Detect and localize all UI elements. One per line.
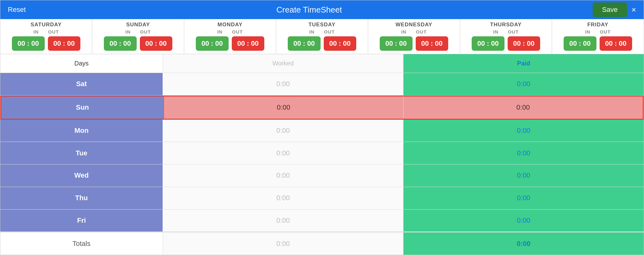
out-label: OUT [508, 29, 519, 34]
app-container: Reset Create TimeSheet Save × SATURDAY I… [0, 0, 644, 255]
col-header-days: Days [0, 54, 163, 73]
time-buttons: 00 : 00 00 : 00 [12, 36, 80, 51]
cell-day: Fri [0, 210, 163, 232]
day-label: TUESDAY [308, 22, 336, 28]
totals-row: Totals 0:00 0:00 [0, 232, 644, 255]
in-label: IN [33, 29, 39, 34]
out-label: OUT [416, 29, 427, 34]
cell-paid: 0:00 [403, 142, 644, 164]
cell-day: Tue [0, 142, 163, 164]
cell-paid: 0:00 [403, 73, 644, 95]
close-button[interactable]: × [631, 5, 636, 15]
in-time-button[interactable]: 00 : 00 [472, 36, 505, 51]
day-col-saturday: SATURDAY IN OUT 00 : 00 00 : 00 [0, 19, 92, 54]
out-time-button[interactable]: 00 : 00 [600, 36, 632, 51]
cell-worked: 0:00 [164, 96, 403, 119]
time-buttons: 00 : 00 00 : 00 [288, 36, 356, 51]
cell-worked: 0:00 [163, 142, 403, 164]
day-col-sunday: SUNDAY IN OUT 00 : 00 00 : 00 [92, 19, 184, 54]
time-buttons: 00 : 00 00 : 00 [564, 36, 632, 51]
table-area: Days Worked Paid Sat 0:00 0:00 Sun 0:00 … [0, 54, 644, 255]
out-time-button[interactable]: 00 : 00 [48, 36, 81, 51]
cell-worked: 0:00 [163, 73, 403, 95]
in-out-labels: IN OUT [585, 29, 611, 34]
out-label: OUT [600, 29, 611, 34]
table-body: Sat 0:00 0:00 Sun 0:00 0:00 Mon 0:00 0:0… [0, 73, 644, 255]
totals-label: Totals [0, 232, 163, 255]
out-label: OUT [48, 29, 59, 34]
in-out-labels: IN OUT [33, 29, 59, 34]
out-time-button[interactable]: 00 : 00 [232, 36, 265, 51]
in-label: IN [125, 29, 131, 34]
in-time-button[interactable]: 00 : 00 [104, 36, 137, 51]
in-out-labels: IN OUT [217, 29, 243, 34]
cell-day: Sun [1, 96, 164, 119]
in-label: IN [493, 29, 499, 34]
cell-day: Sat [0, 73, 163, 95]
day-col-thursday: THURSDAY IN OUT 00 : 00 00 : 00 [460, 19, 552, 54]
out-label: OUT [140, 29, 151, 34]
day-label: MONDAY [218, 22, 243, 28]
in-time-button[interactable]: 00 : 00 [196, 36, 229, 51]
cell-paid: 0:00 [403, 96, 643, 119]
cell-paid: 0:00 [403, 120, 644, 142]
cell-paid: 0:00 [403, 187, 644, 209]
header-actions: Save × [593, 3, 636, 17]
totals-paid: 0:00 [403, 232, 644, 255]
out-time-button[interactable]: 00 : 00 [324, 36, 357, 51]
cell-paid: 0:00 [403, 210, 644, 232]
day-col-tuesday: TUESDAY IN OUT 00 : 00 00 : 00 [276, 19, 368, 54]
cell-day: Mon [0, 120, 163, 142]
day-col-friday: FRIDAY IN OUT 00 : 00 00 : 00 [552, 19, 644, 54]
day-label: WEDNESDAY [396, 22, 433, 28]
time-buttons: 00 : 00 00 : 00 [380, 36, 448, 51]
days-header-row: SATURDAY IN OUT 00 : 00 00 : 00 SUNDAY I… [0, 19, 644, 54]
cell-worked: 0:00 [163, 210, 403, 232]
in-label: IN [217, 29, 223, 34]
table-row-fri: Fri 0:00 0:00 [0, 210, 644, 232]
in-out-labels: IN OUT [493, 29, 519, 34]
in-out-labels: IN OUT [401, 29, 427, 34]
cell-day: Wed [0, 164, 163, 187]
table-row-mon: Mon 0:00 0:00 [0, 120, 644, 142]
time-buttons: 00 : 00 00 : 00 [196, 36, 264, 51]
day-label: SATURDAY [31, 22, 62, 28]
day-label: SUNDAY [126, 22, 150, 28]
table-header-row: Days Worked Paid [0, 54, 644, 73]
in-out-labels: IN OUT [125, 29, 151, 34]
in-time-button[interactable]: 00 : 00 [288, 36, 321, 51]
day-col-monday: MONDAY IN OUT 00 : 00 00 : 00 [184, 19, 276, 54]
cell-worked: 0:00 [163, 187, 403, 209]
header: Reset Create TimeSheet Save × [0, 0, 644, 19]
table-row-wed: Wed 0:00 0:00 [0, 164, 644, 187]
in-time-button[interactable]: 00 : 00 [12, 36, 45, 51]
out-label: OUT [232, 29, 243, 34]
page-title: Create TimeSheet [276, 5, 342, 15]
out-label: OUT [324, 29, 335, 34]
out-time-button[interactable]: 00 : 00 [416, 36, 449, 51]
out-time-button[interactable]: 00 : 00 [508, 36, 540, 51]
day-col-wednesday: WEDNESDAY IN OUT 00 : 00 00 : 00 [368, 19, 460, 54]
cell-paid: 0:00 [403, 164, 644, 187]
day-label: FRIDAY [587, 22, 609, 28]
reset-button[interactable]: Reset [8, 6, 26, 14]
in-out-labels: IN OUT [309, 29, 335, 34]
time-buttons: 00 : 00 00 : 00 [472, 36, 540, 51]
out-time-button[interactable]: 00 : 00 [140, 36, 173, 51]
col-header-paid: Paid [403, 54, 644, 73]
in-time-button[interactable]: 00 : 00 [380, 36, 413, 51]
in-label: IN [401, 29, 407, 34]
day-label: THURSDAY [490, 22, 522, 28]
cell-worked: 0:00 [163, 164, 403, 187]
cell-worked: 0:00 [163, 120, 403, 142]
save-button[interactable]: Save [593, 3, 627, 17]
cell-day: Thu [0, 187, 163, 209]
table-row-sat: Sat 0:00 0:00 [0, 73, 644, 96]
in-label: IN [309, 29, 315, 34]
in-time-button[interactable]: 00 : 00 [564, 36, 596, 51]
totals-worked: 0:00 [163, 232, 403, 255]
table-row-tue: Tue 0:00 0:00 [0, 142, 644, 164]
col-header-worked: Worked [163, 54, 403, 73]
in-label: IN [585, 29, 591, 34]
table-row-sun: Sun 0:00 0:00 [0, 96, 644, 120]
